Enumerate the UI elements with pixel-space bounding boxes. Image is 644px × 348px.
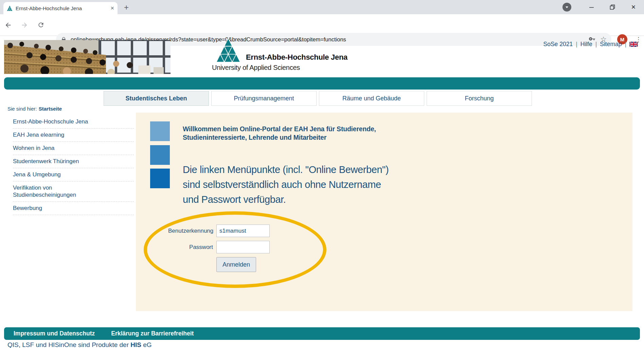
university-name: Ernst-Abbe-Hochschule Jena [246,53,347,62]
decor-square-light [150,121,170,141]
footer-note-his: HIS [130,341,141,348]
english-flag-icon[interactable] [629,42,638,47]
browser-toolbar: onlinebewerbung.eah-jena.de/qisserver/rd… [0,14,644,36]
separator: | [625,41,626,48]
window-controls: × [562,0,644,14]
tab-raeume-und-gebaeude[interactable]: Räume und Gebäude [319,91,424,106]
sidebar-item-label: Bewerbung [13,205,42,212]
browser-tab-strip: Ernst-Abbe-Hochschule Jena × + × [0,0,644,14]
browser-update-icon[interactable] [562,3,571,12]
sidebar-item-label: Ernst-Abbe-Hochschule Jena [13,118,88,125]
lecture-hall-photo [4,40,171,74]
decor-square-mid [150,145,170,165]
semester-label: SoSe 2021 [543,41,573,48]
sidebar-item-label: EAH Jena elearning [13,131,64,138]
tab-studentisches-leben[interactable]: Studentisches Leben [104,91,209,106]
username-label: Benutzerkennung [168,228,213,234]
footer-note: QIS, LSF und HISinOne sind Produkte der … [7,341,152,348]
welcome-heading: Willkommen beim Online-Portal der EAH Je… [183,125,421,142]
password-input[interactable] [216,241,270,253]
close-window-button[interactable]: × [623,0,644,14]
sidebar-item-studentenwerk[interactable]: Studentenwerk Thüringen [13,155,134,168]
new-tab-button[interactable]: + [122,3,131,12]
sidebar-item-wohnen[interactable]: Wohnen in Jena [13,142,134,155]
decor-square-dark [150,169,170,188]
login-button[interactable]: Anmelden [216,257,256,272]
tab-pruefungsmanagement[interactable]: Prüfungsmanagement [211,91,317,106]
breadcrumb-prefix: Sie sind hier: [7,106,37,112]
reload-icon[interactable] [33,17,49,33]
breadcrumb-current: Startseite [39,106,62,112]
tab-title: Ernst-Abbe-Hochschule Jena [16,5,107,11]
welcome-line: Willkommen beim Online-Portal der EAH Je… [183,125,421,133]
footer-bar: Impressum und Datenschutz Erklärung zur … [4,327,640,340]
sidebar-item-verifikation[interactable]: Verifikation von Studienbescheinigungen [13,181,134,202]
browser-tab[interactable]: Ernst-Abbe-Hochschule Jena × [3,2,118,14]
password-label: Passwort [168,244,213,251]
sidebar-item-eah-jena[interactable]: Ernst-Abbe-Hochschule Jena [13,115,134,129]
university-subtitle: University of Applied Sciences [212,64,300,72]
main-content-panel: Willkommen beim Online-Portal der EAH Je… [136,113,632,311]
info-text: Die linken Menüpunkte (incl. "Online Bew… [183,162,454,207]
breadcrumb: Sie sind hier:Startseite [7,106,62,112]
welcome-line: Studieninteressierte, Lehrende und Mitar… [183,133,421,142]
username-input[interactable] [216,225,270,237]
back-icon[interactable] [0,17,16,33]
imprint-link[interactable]: Impressum und Datenschutz [14,330,95,337]
sidebar-item-label: Jena & Umgebung [13,171,61,178]
main-navigation: Studentisches Leben Prüfungsmanagement R… [104,91,532,106]
sitemap-link[interactable]: Sitemap [600,41,622,48]
sidebar-item-label: Studentenwerk Thüringen [13,158,79,165]
sidebar-item-elearning[interactable]: EAH Jena elearning [13,129,134,142]
separator: | [595,41,597,48]
teal-divider-bar [4,77,640,90]
help-link[interactable]: Hilfe [580,41,592,48]
university-logo: Ernst-Abbe-Hochschule Jena University of… [216,38,359,74]
minimize-button[interactable] [581,0,602,14]
footer-note-suffix: eG [141,341,152,348]
footer-note-text: QIS, LSF und HISinOne sind Produkte der [7,341,130,348]
info-line: und Passwort verfügbar. [183,192,454,207]
forward-icon[interactable] [16,17,33,33]
accessibility-link[interactable]: Erklärung zur Barrierefreiheit [111,330,194,337]
tab-forschung[interactable]: Forschung [427,91,532,106]
separator: | [576,41,577,48]
tab-favicon-icon [7,5,13,11]
sidebar-item-bewerbung[interactable]: Bewerbung [13,202,134,215]
sidebar-item-jena-umgebung[interactable]: Jena & Umgebung [13,168,134,181]
info-line: Die linken Menüpunkte (incl. "Online Bew… [183,162,454,177]
header-links: SoSe 2021 | Hilfe | Sitemap | [543,41,638,48]
sidebar-item-label: Wohnen in Jena [13,144,55,152]
restore-button[interactable] [602,0,623,14]
sidebar-menu: Ernst-Abbe-Hochschule Jena EAH Jena elea… [13,115,134,215]
sidebar-item-label: Verifikation von Studienbescheinigungen [13,184,115,198]
info-line: sind selbstverständlich auch ohne Nutzer… [183,177,454,192]
tab-close-icon[interactable]: × [110,5,114,12]
